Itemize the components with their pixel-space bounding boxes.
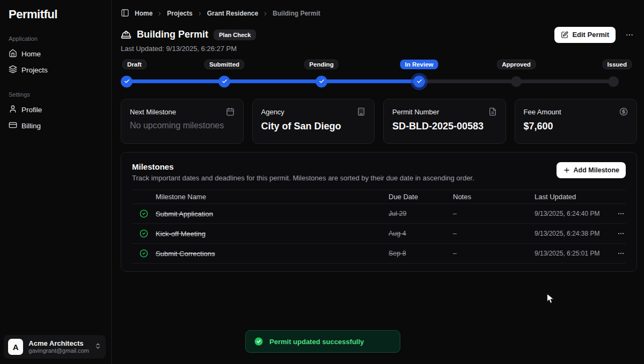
sidebar-item-billing[interactable]: Billing bbox=[6, 118, 105, 133]
circle-check-icon bbox=[132, 249, 156, 258]
column-header-name: Milestone Name bbox=[156, 193, 389, 201]
milestones-panel: Milestones Track important dates and dea… bbox=[121, 152, 637, 272]
card-next-milestone: Next Milestone No upcoming milestones bbox=[121, 99, 244, 144]
card-agency: Agency City of San Diego bbox=[252, 99, 375, 144]
breadcrumb-home[interactable]: Home bbox=[135, 10, 152, 17]
ellipsis-icon bbox=[617, 250, 625, 257]
edit-permit-label: Edit Permit bbox=[572, 31, 609, 39]
status-timeline: Draft Submitted Pending In Review Approv… bbox=[121, 60, 637, 89]
milestone-name: Submit Corrections bbox=[156, 250, 389, 258]
card-permit-number: Permit Number SD-BLD-2025-00583 bbox=[383, 99, 506, 144]
edit-icon bbox=[561, 31, 568, 39]
table-row: Submit Application Jul 29 – 9/13/2025, 6… bbox=[132, 204, 626, 224]
breadcrumb-grant-residence[interactable]: Grant Residence bbox=[207, 10, 258, 17]
account-switcher[interactable]: A Acme Architects gavingrant@gmail.com bbox=[4, 335, 106, 359]
chevron-right-icon bbox=[262, 11, 268, 17]
timeline-node-approved bbox=[511, 76, 522, 87]
card-value: City of San Diego bbox=[261, 121, 366, 132]
milestone-name: Kick-off Meeting bbox=[156, 230, 389, 238]
milestones-title: Milestones bbox=[132, 162, 474, 171]
toast-message: Permit updated successfully bbox=[269, 338, 364, 346]
circle-check-icon bbox=[132, 209, 156, 218]
panel-left-icon bbox=[121, 9, 129, 19]
title-wrap: Building Permit Plan Check bbox=[121, 29, 256, 40]
hard-hat-icon bbox=[121, 30, 131, 40]
circle-dollar-icon bbox=[619, 107, 628, 116]
add-milestone-button[interactable]: Add Milestone bbox=[557, 162, 626, 178]
sidebar-toggle-button[interactable] bbox=[121, 9, 129, 19]
milestone-notes: – bbox=[453, 230, 535, 237]
breadcrumb: Home Projects Grant Residence Building P… bbox=[135, 10, 320, 17]
edit-permit-button[interactable]: Edit Permit bbox=[554, 27, 616, 43]
breadcrumb-bar: Home Projects Grant Residence Building P… bbox=[121, 0, 637, 18]
sidebar: Permitful Application Home Projects Sett… bbox=[0, 0, 112, 364]
milestones-subtitle: Track important dates and deadlines for … bbox=[132, 174, 474, 182]
check-circle-icon bbox=[254, 337, 264, 346]
plus-icon bbox=[563, 166, 570, 174]
sidebar-item-label: Billing bbox=[21, 122, 41, 130]
stage-label-pending: Pending bbox=[304, 60, 338, 69]
sidebar-section-settings: Settings Profile Billing bbox=[0, 91, 111, 133]
row-menu-button[interactable] bbox=[616, 249, 626, 258]
milestone-updated: 9/13/2025, 6:25:01 PM bbox=[535, 250, 611, 257]
success-toast: Permit updated successfully bbox=[245, 330, 400, 353]
column-header-due: Due Date bbox=[389, 193, 453, 201]
card-fee-amount: Fee Amount $7,600 bbox=[515, 99, 638, 144]
card-label: Agency bbox=[261, 108, 284, 116]
table-row: Kick-off Meeting Aug 4 – 9/13/2025, 6:24… bbox=[132, 224, 626, 244]
avatar: A bbox=[8, 339, 23, 355]
stage-label-in-review: In Review bbox=[400, 60, 438, 69]
card-value: $7,600 bbox=[524, 121, 628, 132]
milestone-notes: – bbox=[453, 250, 535, 257]
milestone-updated: 9/13/2025, 6:24:38 PM bbox=[535, 230, 611, 237]
sidebar-item-label: Projects bbox=[21, 66, 48, 74]
check-icon bbox=[416, 78, 422, 84]
circle-check-icon bbox=[132, 229, 156, 238]
sidebar-item-projects[interactable]: Projects bbox=[6, 62, 105, 77]
row-menu-button[interactable] bbox=[616, 209, 626, 219]
user-icon bbox=[9, 105, 21, 115]
sidebar-item-profile[interactable]: Profile bbox=[6, 102, 105, 117]
ellipsis-icon bbox=[625, 31, 634, 39]
milestone-due: Aug 4 bbox=[389, 230, 453, 237]
check-icon bbox=[222, 78, 228, 84]
timeline-node-draft bbox=[121, 76, 133, 88]
timeline-node-in-review bbox=[413, 76, 425, 88]
table-row: Submit Corrections Sep 8 – 9/13/2025, 6:… bbox=[132, 244, 626, 264]
column-header-notes: Notes bbox=[453, 193, 535, 201]
last-updated-text: Last Updated: 9/13/2025, 6:26:27 PM bbox=[121, 45, 637, 53]
table-header-row: Milestone Name Due Date Notes Last Updat… bbox=[132, 190, 626, 204]
layers-icon bbox=[9, 65, 21, 75]
card-value: No upcoming milestones bbox=[130, 121, 235, 130]
sidebar-item-home[interactable]: Home bbox=[6, 46, 105, 61]
timeline-node-pending bbox=[316, 76, 327, 88]
row-menu-button[interactable] bbox=[616, 229, 626, 238]
credit-card-icon bbox=[9, 121, 21, 131]
breadcrumb-projects[interactable]: Projects bbox=[167, 10, 192, 17]
account-email: gavingrant@gmail.com bbox=[28, 347, 89, 354]
section-label: Application bbox=[6, 35, 105, 42]
card-label: Permit Number bbox=[392, 108, 439, 116]
more-options-button[interactable] bbox=[622, 27, 637, 42]
file-text-icon bbox=[488, 107, 497, 116]
timeline-node-issued bbox=[608, 76, 619, 87]
calendar-icon bbox=[226, 107, 235, 116]
milestone-name: Submit Application bbox=[156, 210, 389, 218]
breadcrumb-building-permit: Building Permit bbox=[273, 10, 320, 17]
stage-label-approved: Approved bbox=[497, 60, 536, 69]
summary-cards: Next Milestone No upcoming milestones Ag… bbox=[121, 99, 637, 144]
account-name: Acme Architects bbox=[28, 339, 89, 347]
app-logo: Permitful bbox=[0, 0, 111, 21]
milestone-updated: 9/13/2025, 6:24:40 PM bbox=[535, 210, 611, 217]
ellipsis-icon bbox=[617, 230, 625, 237]
chevrons-up-down-icon bbox=[94, 342, 101, 352]
card-value: SD-BLD-2025-00583 bbox=[392, 121, 497, 132]
check-icon bbox=[319, 78, 325, 84]
milestones-table: Milestone Name Due Date Notes Last Updat… bbox=[132, 190, 626, 264]
milestone-notes: – bbox=[453, 210, 535, 217]
chevron-right-icon bbox=[157, 11, 163, 17]
card-label: Fee Amount bbox=[524, 108, 561, 116]
chevron-right-icon bbox=[197, 11, 203, 17]
card-label: Next Milestone bbox=[130, 108, 176, 116]
home-icon bbox=[9, 49, 21, 59]
